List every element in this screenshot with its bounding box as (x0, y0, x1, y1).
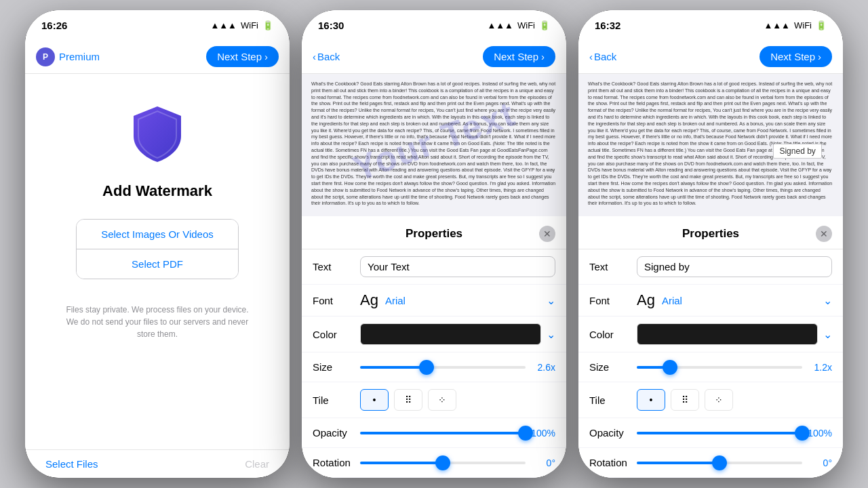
size-label-2: Size (313, 361, 360, 373)
opacity-property-row-2: Opacity 100% (302, 418, 566, 448)
color-row-2[interactable]: ⌄ (360, 323, 555, 345)
next-step-button-3[interactable]: Next Step › (760, 46, 832, 67)
size-slider-3[interactable]: 1.2x (637, 362, 832, 373)
size-thumb-2[interactable] (419, 360, 434, 375)
font-label-3: Font (589, 295, 637, 306)
rotation-track-2[interactable] (360, 462, 526, 464)
color-swatch-2[interactable] (360, 323, 541, 345)
battery-icon-3: 🔋 (816, 20, 827, 30)
text-label-2: Text (313, 261, 360, 272)
phone1-main-content: Add Watermark Select Images Or Videos Se… (25, 74, 290, 449)
size-value-2: 2.6x (531, 362, 555, 373)
size-track-3[interactable] (637, 366, 802, 369)
shield-icon-wrap (123, 101, 191, 169)
size-track-2[interactable] (360, 366, 526, 369)
status-icons-3: ▲▲▲ WiFi 🔋 (764, 20, 827, 30)
phone-2: 16:30 ▲▲▲ WiFi 🔋 ‹ Back Next Step › What… (302, 10, 566, 478)
rotation-track-3[interactable] (637, 462, 802, 464)
size-label-3: Size (589, 361, 637, 373)
chevron-left-icon-2: ‹ (313, 51, 316, 62)
premium-nav[interactable]: P Premium (36, 47, 100, 66)
close-properties-button-3[interactable]: ✕ (816, 226, 832, 242)
select-files-link[interactable]: Select Files (45, 458, 98, 470)
signal-icon-2: ▲▲▲ (487, 20, 513, 30)
close-properties-button-2[interactable]: ✕ (539, 226, 555, 242)
font-chevron-icon-3: ⌄ (823, 294, 832, 307)
tile-dense-2[interactable]: ⁘ (428, 389, 456, 411)
status-time-1: 16:26 (41, 20, 67, 31)
rotation-fill-2 (360, 462, 443, 464)
privacy-text: Files stay private. We process files on … (39, 304, 276, 340)
clear-link[interactable]: Clear (245, 458, 269, 470)
rotation-thumb-3[interactable] (712, 455, 727, 470)
opacity-thumb-2[interactable] (518, 426, 533, 441)
wifi-icon-3: WiFi (794, 20, 812, 30)
battery-icon-2: 🔋 (539, 20, 550, 30)
text-input-3[interactable] (637, 256, 832, 277)
rotation-slider-3[interactable]: 0° (637, 458, 832, 468)
opacity-slider-3[interactable]: 100% (637, 428, 832, 439)
back-button-3[interactable]: ‹ Back (589, 51, 616, 62)
tile-label-3: Tile (589, 394, 637, 406)
size-thumb-3[interactable] (663, 360, 677, 375)
opacity-fill-2 (360, 432, 526, 434)
status-bar-1: 16:26 ▲▲▲ WiFi 🔋 (25, 10, 290, 40)
tile-options-3: • ⠿ ⁘ (637, 389, 832, 411)
document-area-3: What's the Cookbook? Good Eats starring … (578, 74, 843, 216)
next-step-button-1[interactable]: Next Step › (206, 46, 279, 67)
text-input-2[interactable] (360, 256, 555, 277)
rotation-fill-3 (637, 462, 719, 464)
opacity-property-row-3: Opacity 100% (578, 418, 843, 448)
tile-dense-3[interactable]: ⁘ (705, 389, 733, 411)
tile-grid-3[interactable]: ⠿ (671, 389, 699, 411)
opacity-track-2[interactable] (360, 432, 526, 434)
nav-bar-2: ‹ Back Next Step › (302, 40, 566, 74)
rotation-property-row-3: Rotation 0° (578, 448, 843, 478)
signal-icon: ▲▲▲ (210, 20, 237, 30)
rotation-slider-2[interactable]: 0° (360, 458, 555, 468)
opacity-thumb-3[interactable] (795, 426, 810, 441)
select-pdf-button[interactable]: Select PDF (77, 249, 238, 279)
text-input-wrap-2[interactable] (360, 256, 555, 277)
font-selector-2[interactable]: Ag Arial ⌄ (360, 291, 555, 309)
opacity-slider-2[interactable]: 100% (360, 428, 555, 439)
phone-1: 16:26 ▲▲▲ WiFi 🔋 P Premium Next Step › (25, 10, 290, 478)
nav-bar-3: ‹ Back Next Step › (578, 40, 843, 74)
chevron-right-icon-2: › (541, 51, 545, 62)
text-property-row-3: Text (578, 249, 843, 285)
rotation-thumb-2[interactable] (435, 455, 450, 470)
opacity-value-2: 100% (531, 428, 555, 439)
add-watermark-title: Add Watermark (102, 182, 212, 200)
back-button-2[interactable]: ‹ Back (313, 51, 340, 62)
color-label-2: Color (313, 329, 360, 340)
text-input-wrap-3[interactable] (637, 256, 832, 277)
size-slider-2[interactable]: 2.6x (360, 362, 555, 373)
font-label-2: Font (313, 295, 360, 306)
properties-panel-3: Properties ✕ Text Font Ag Arial ⌄ Color (578, 216, 843, 478)
tile-single-3[interactable]: • (637, 389, 665, 411)
status-icons-1: ▲▲▲ WiFi 🔋 (210, 20, 273, 30)
opacity-value-3: 100% (808, 428, 832, 439)
opacity-track-3[interactable] (637, 432, 802, 434)
size-fill-2 (360, 366, 427, 369)
rotation-value-3: 0° (808, 458, 832, 468)
font-selector-3[interactable]: Ag Arial ⌄ (637, 291, 832, 309)
doc-text-2: What's the Cookbook? Good Eats starring … (302, 74, 566, 216)
rotation-label-3: Rotation (589, 457, 637, 468)
color-property-row-2: Color ⌄ (302, 317, 566, 352)
font-name-3: Arial (662, 295, 682, 306)
select-images-button[interactable]: Select Images Or Videos (77, 220, 238, 249)
color-row-3[interactable]: ⌄ (637, 323, 832, 345)
tile-single-2[interactable]: • (360, 389, 389, 411)
tile-grid-2[interactable]: ⠿ (394, 389, 422, 411)
text-label-3: Text (589, 261, 637, 272)
opacity-label-2: Opacity (313, 427, 360, 439)
chevron-left-icon-3: ‹ (589, 51, 593, 62)
font-property-row-2: Font Ag Arial ⌄ (302, 285, 566, 317)
select-buttons-group: Select Images Or Videos Select PDF (76, 219, 239, 279)
text-property-row-2: Text (302, 249, 566, 285)
phone-3: 16:32 ▲▲▲ WiFi 🔋 ‹ Back Next Step › What… (578, 10, 843, 478)
next-step-button-2[interactable]: Next Step › (483, 46, 555, 67)
properties-title-2: Properties (329, 227, 539, 241)
color-swatch-3[interactable] (637, 323, 818, 345)
